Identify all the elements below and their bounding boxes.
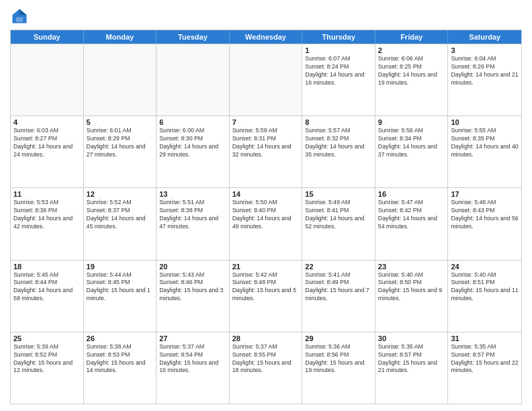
calendar-cell-empty-3	[230, 44, 303, 116]
day-number: 1	[305, 46, 372, 54]
calendar-cell-20: 20Sunrise: 5:43 AMSunset: 8:46 PMDayligh…	[157, 261, 230, 332]
calendar: SundayMondayTuesdayWednesdayThursdayFrid…	[10, 30, 522, 404]
day-number: 27	[159, 334, 226, 342]
day-number: 9	[378, 118, 445, 126]
calendar-cell-15: 15Sunrise: 5:49 AMSunset: 8:41 PMDayligh…	[302, 188, 375, 259]
day-info: Sunrise: 5:46 AMSunset: 8:43 PMDaylight:…	[451, 199, 519, 231]
day-number: 22	[305, 263, 372, 271]
day-info: Sunrise: 5:52 AMSunset: 8:37 PMDaylight:…	[87, 199, 154, 231]
header	[10, 7, 522, 26]
day-info: Sunrise: 5:40 AMSunset: 8:50 PMDaylight:…	[378, 271, 445, 304]
day-number: 7	[232, 118, 300, 126]
day-number: 21	[232, 263, 300, 271]
calendar-cell-5: 5Sunrise: 6:01 AMSunset: 8:29 PMDaylight…	[84, 116, 157, 187]
calendar-cell-25: 25Sunrise: 5:39 AMSunset: 8:52 PMDayligh…	[11, 332, 84, 404]
calendar-cell-1: 1Sunrise: 6:07 AMSunset: 8:24 PMDaylight…	[302, 44, 375, 116]
day-number: 5	[87, 118, 154, 126]
day-info: Sunrise: 5:42 AMSunset: 8:48 PMDaylight:…	[232, 271, 300, 304]
header-day-thursday: Thursday	[302, 30, 375, 44]
day-info: Sunrise: 5:40 AMSunset: 8:51 PMDaylight:…	[451, 271, 519, 304]
calendar-cell-29: 29Sunrise: 5:36 AMSunset: 8:56 PMDayligh…	[302, 332, 375, 404]
calendar-cell-9: 9Sunrise: 5:56 AMSunset: 8:34 PMDaylight…	[375, 116, 449, 187]
day-number: 30	[378, 334, 445, 342]
day-number: 15	[305, 190, 372, 198]
day-info: Sunrise: 5:49 AMSunset: 8:41 PMDaylight:…	[305, 199, 372, 231]
day-info: Sunrise: 6:00 AMSunset: 8:30 PMDaylight:…	[159, 127, 226, 159]
day-info: Sunrise: 5:59 AMSunset: 8:31 PMDaylight:…	[232, 127, 300, 159]
calendar-cell-14: 14Sunrise: 5:50 AMSunset: 8:40 PMDayligh…	[230, 188, 303, 259]
day-number: 4	[13, 118, 81, 126]
calendar-cell-11: 11Sunrise: 5:53 AMSunset: 8:36 PMDayligh…	[11, 188, 84, 259]
calendar-cell-17: 17Sunrise: 5:46 AMSunset: 8:43 PMDayligh…	[448, 188, 521, 259]
day-info: Sunrise: 5:41 AMSunset: 8:49 PMDaylight:…	[305, 271, 372, 304]
day-info: Sunrise: 6:01 AMSunset: 8:29 PMDaylight:…	[87, 127, 154, 159]
calendar-cell-21: 21Sunrise: 5:42 AMSunset: 8:48 PMDayligh…	[230, 261, 303, 332]
day-info: Sunrise: 5:57 AMSunset: 8:32 PMDaylight:…	[305, 127, 372, 159]
calendar-cell-23: 23Sunrise: 5:40 AMSunset: 8:50 PMDayligh…	[375, 261, 449, 332]
calendar-cell-31: 31Sunrise: 5:35 AMSunset: 8:57 PMDayligh…	[448, 332, 521, 404]
page: SundayMondayTuesdayWednesdayThursdayFrid…	[0, 0, 532, 411]
header-day-tuesday: Tuesday	[157, 30, 230, 44]
calendar-cell-28: 28Sunrise: 5:37 AMSunset: 8:55 PMDayligh…	[230, 332, 303, 404]
calendar-cell-16: 16Sunrise: 5:47 AMSunset: 8:42 PMDayligh…	[375, 188, 449, 259]
day-info: Sunrise: 6:03 AMSunset: 8:27 PMDaylight:…	[13, 127, 81, 159]
day-number: 31	[451, 334, 519, 342]
day-number: 20	[159, 263, 226, 271]
day-info: Sunrise: 5:38 AMSunset: 8:53 PMDaylight:…	[87, 343, 154, 375]
day-number: 14	[232, 190, 300, 198]
calendar-row-3: 18Sunrise: 5:45 AMSunset: 8:44 PMDayligh…	[11, 260, 521, 332]
calendar-cell-12: 12Sunrise: 5:52 AMSunset: 8:37 PMDayligh…	[84, 188, 157, 259]
calendar-body: 1Sunrise: 6:07 AMSunset: 8:24 PMDaylight…	[11, 44, 521, 404]
calendar-cell-6: 6Sunrise: 6:00 AMSunset: 8:30 PMDaylight…	[157, 116, 230, 187]
day-info: Sunrise: 5:37 AMSunset: 8:55 PMDaylight:…	[232, 343, 300, 375]
calendar-row-4: 25Sunrise: 5:39 AMSunset: 8:52 PMDayligh…	[11, 332, 521, 404]
logo	[10, 7, 32, 26]
day-info: Sunrise: 5:56 AMSunset: 8:34 PMDaylight:…	[378, 127, 445, 159]
day-number: 12	[87, 190, 154, 198]
calendar-cell-18: 18Sunrise: 5:45 AMSunset: 8:44 PMDayligh…	[11, 261, 84, 332]
day-number: 28	[232, 334, 300, 342]
calendar-cell-4: 4Sunrise: 6:03 AMSunset: 8:27 PMDaylight…	[11, 116, 84, 187]
day-number: 17	[451, 190, 519, 198]
calendar-cell-22: 22Sunrise: 5:41 AMSunset: 8:49 PMDayligh…	[302, 261, 375, 332]
calendar-cell-19: 19Sunrise: 5:44 AMSunset: 8:45 PMDayligh…	[84, 261, 157, 332]
calendar-cell-2: 2Sunrise: 6:06 AMSunset: 8:25 PMDaylight…	[375, 44, 449, 116]
day-number: 8	[305, 118, 372, 126]
calendar-cell-3: 3Sunrise: 6:04 AMSunset: 8:26 PMDaylight…	[448, 44, 521, 116]
day-number: 18	[13, 263, 81, 271]
header-day-friday: Friday	[375, 30, 449, 44]
day-info: Sunrise: 6:07 AMSunset: 8:24 PMDaylight:…	[305, 55, 372, 87]
day-number: 24	[451, 263, 519, 271]
day-info: Sunrise: 5:44 AMSunset: 8:45 PMDaylight:…	[87, 271, 154, 304]
calendar-row-0: 1Sunrise: 6:07 AMSunset: 8:24 PMDaylight…	[11, 44, 521, 116]
calendar-cell-empty-2	[157, 44, 230, 116]
day-number: 2	[378, 46, 445, 54]
day-info: Sunrise: 5:55 AMSunset: 8:35 PMDaylight:…	[451, 127, 519, 159]
day-number: 6	[159, 118, 226, 126]
logo-icon	[10, 7, 29, 26]
day-info: Sunrise: 5:50 AMSunset: 8:40 PMDaylight:…	[232, 199, 300, 231]
day-number: 3	[451, 46, 519, 54]
day-info: Sunrise: 6:06 AMSunset: 8:25 PMDaylight:…	[378, 55, 445, 87]
day-number: 16	[378, 190, 445, 198]
calendar-row-1: 4Sunrise: 6:03 AMSunset: 8:27 PMDaylight…	[11, 116, 521, 187]
day-number: 19	[87, 263, 154, 271]
day-number: 29	[305, 334, 372, 342]
calendar-cell-13: 13Sunrise: 5:51 AMSunset: 8:38 PMDayligh…	[157, 188, 230, 259]
calendar-cell-7: 7Sunrise: 5:59 AMSunset: 8:31 PMDaylight…	[230, 116, 303, 187]
day-info: Sunrise: 5:47 AMSunset: 8:42 PMDaylight:…	[378, 199, 445, 231]
day-info: Sunrise: 5:53 AMSunset: 8:36 PMDaylight:…	[13, 199, 81, 231]
calendar-cell-empty-1	[84, 44, 157, 116]
day-number: 13	[159, 190, 226, 198]
day-info: Sunrise: 5:51 AMSunset: 8:38 PMDaylight:…	[159, 199, 226, 231]
svg-rect-2	[16, 17, 24, 22]
day-info: Sunrise: 5:36 AMSunset: 8:56 PMDaylight:…	[305, 343, 372, 375]
calendar-cell-26: 26Sunrise: 5:38 AMSunset: 8:53 PMDayligh…	[84, 332, 157, 404]
day-info: Sunrise: 5:35 AMSunset: 8:57 PMDaylight:…	[451, 343, 519, 375]
day-info: Sunrise: 5:39 AMSunset: 8:52 PMDaylight:…	[13, 343, 81, 375]
header-day-monday: Monday	[84, 30, 157, 44]
calendar-cell-30: 30Sunrise: 5:35 AMSunset: 8:57 PMDayligh…	[375, 332, 449, 404]
day-info: Sunrise: 5:37 AMSunset: 8:54 PMDaylight:…	[159, 343, 226, 375]
calendar-cell-27: 27Sunrise: 5:37 AMSunset: 8:54 PMDayligh…	[157, 332, 230, 404]
header-day-sunday: Sunday	[11, 30, 84, 44]
